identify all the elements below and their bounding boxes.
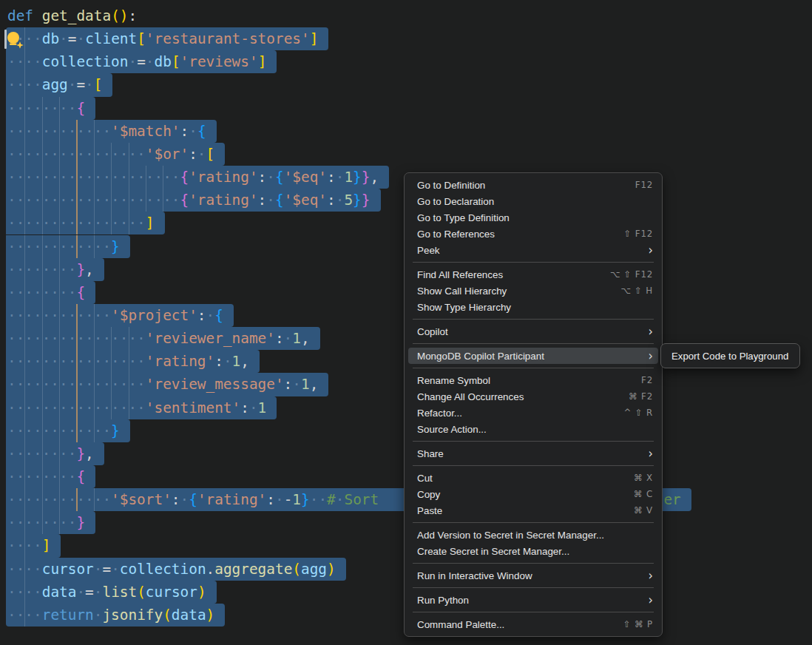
whitespace-dots: ············ xyxy=(7,238,111,255)
menu-item-label: Show Type Hierarchy xyxy=(417,302,653,313)
code-token: ( xyxy=(163,607,172,624)
code-line-7[interactable]: ················'$or':·[ xyxy=(0,143,812,166)
code-token: : xyxy=(129,7,138,24)
whitespace-dots: ············ xyxy=(7,491,111,508)
code-token: { xyxy=(197,123,206,140)
chevron-right-icon: › xyxy=(649,243,653,257)
code-line-1[interactable]: def get_data(): xyxy=(0,4,812,27)
editor-root: def get_data():····db·=·client['restaura… xyxy=(0,0,812,645)
menu-item-find-all-references[interactable]: Find All References⌥ ⇧ F12 xyxy=(408,266,658,283)
menu-item-rename-symbol[interactable]: Rename SymbolF2 xyxy=(408,372,658,388)
code-token: aggregate xyxy=(214,561,292,578)
code-line-4[interactable]: ····agg·=·[ xyxy=(0,73,812,96)
menu-item-run-python[interactable]: Run Python› xyxy=(408,592,658,608)
menu-item-go-to-references[interactable]: Go to References⇧ F12 xyxy=(408,226,658,242)
menu-item-show-call-hierarchy[interactable]: Show Call Hierarchy⌥ ⇧ H xyxy=(408,283,658,299)
whitespace-dots: · xyxy=(206,307,215,324)
code-token: 'reviews' xyxy=(180,53,258,70)
menu-item-copilot[interactable]: Copilot› xyxy=(408,323,658,340)
menu-shortcut: ⇧ F12 xyxy=(624,229,653,239)
menu-item-source-action[interactable]: Source Action... xyxy=(408,421,658,437)
menu-item-label: Show Call Hierarchy xyxy=(417,286,620,297)
context-menu: Go to DefinitionF12Go to DeclarationGo t… xyxy=(404,172,663,637)
menu-item-label: MongoDB Copilot Participant xyxy=(417,351,643,362)
code-token: 1 xyxy=(292,330,301,347)
menu-item-peek[interactable]: Peek› xyxy=(408,242,658,258)
code-token: = xyxy=(85,584,94,601)
code-token: } xyxy=(76,261,85,278)
menu-item-add-version-to-secret-in-secret-manager[interactable]: Add Version to Secret in Secret Manager.… xyxy=(408,527,658,543)
whitespace-dots: ············ xyxy=(7,123,111,140)
whitespace-dots: ···· xyxy=(7,607,42,624)
whitespace-dots: · xyxy=(284,330,293,347)
code-token: } xyxy=(362,192,371,209)
menu-item-command-palette[interactable]: Command Palette...⇧ ⌘ P xyxy=(408,616,658,632)
menu-item-share[interactable]: Share› xyxy=(408,445,658,462)
code-token: 1 xyxy=(301,376,310,393)
code-token: : xyxy=(214,353,223,370)
code-token: { xyxy=(76,100,85,117)
code-token: : xyxy=(197,307,206,324)
code-token: { xyxy=(189,491,197,508)
code-token: : xyxy=(327,169,336,186)
code-token: } xyxy=(353,192,362,209)
whitespace-dots: ········ xyxy=(7,514,76,531)
menu-item-export-code-to-playground[interactable]: Export Code to Playground xyxy=(663,345,798,366)
whitespace-dots: · xyxy=(76,30,85,47)
menu-item-label: Go to Declaration xyxy=(417,196,653,207)
code-token: cursor xyxy=(146,584,197,601)
menu-item-refactor[interactable]: Refactor...^ ⇧ R xyxy=(408,405,658,421)
menu-item-cut[interactable]: Cut⌘ X xyxy=(408,470,658,486)
code-token: { xyxy=(214,307,223,324)
code-token: db xyxy=(42,30,59,47)
menu-separator xyxy=(413,608,654,616)
code-token: : xyxy=(172,491,180,508)
whitespace-dots: ·· xyxy=(310,491,327,508)
whitespace-dots: · xyxy=(146,53,155,70)
code-line-2[interactable]: ····db·=·client['restaurant-stores'] xyxy=(0,27,812,50)
whitespace-dots: · xyxy=(197,146,206,163)
chevron-right-icon: › xyxy=(649,325,653,338)
whitespace-dots: · xyxy=(266,192,275,209)
menu-item-go-to-declaration[interactable]: Go to Declaration xyxy=(408,193,658,209)
menu-item-paste[interactable]: Paste⌘ V xyxy=(408,502,658,519)
code-token: db xyxy=(155,53,172,70)
menu-item-mongodb-copilot-participant[interactable]: MongoDB Copilot Participant› xyxy=(408,348,658,364)
code-token: : xyxy=(189,146,197,163)
code-token xyxy=(33,7,42,24)
code-line-6[interactable]: ············'$match':·{ xyxy=(0,120,812,143)
whitespace-dots: · xyxy=(94,561,103,578)
code-token: = xyxy=(102,561,111,578)
menu-separator xyxy=(413,462,654,470)
code-token: : xyxy=(258,169,267,186)
code-token: 'restaurant-stores' xyxy=(146,30,310,47)
menu-shortcut: ⌘ X xyxy=(634,473,653,483)
code-token: , xyxy=(370,169,379,186)
menu-item-label: Export Code to Playground xyxy=(671,351,789,362)
code-token: { xyxy=(180,192,189,209)
menu-item-create-secret-in-secret-manager[interactable]: Create Secret in Secret Manager... xyxy=(408,543,658,559)
menu-item-show-type-hierarchy[interactable]: Show Type Hierarchy xyxy=(408,299,658,315)
whitespace-dots: ···················· xyxy=(7,169,180,186)
menu-item-go-to-type-definition[interactable]: Go to Type Definition xyxy=(408,209,658,226)
menu-item-run-in-interactive-window[interactable]: Run in Interactive Window› xyxy=(408,567,658,584)
code-line-5[interactable]: ········{ xyxy=(0,97,812,120)
code-token: er xyxy=(663,491,680,508)
menu-item-go-to-definition[interactable]: Go to DefinitionF12 xyxy=(408,177,658,193)
code-line-3[interactable]: ····collection·=·db['reviews'] xyxy=(0,50,812,73)
whitespace-dots: ···· xyxy=(7,537,42,554)
whitespace-dots: ················ xyxy=(7,215,146,232)
code-token: agg xyxy=(42,76,68,93)
code-token: jsonify xyxy=(102,607,163,624)
menu-shortcut: F2 xyxy=(641,375,653,385)
menu-item-copy[interactable]: Copy⌘ C xyxy=(408,486,658,502)
code-token: } xyxy=(353,169,362,186)
code-token: } xyxy=(362,169,371,186)
code-token: : xyxy=(240,399,249,416)
menu-item-change-all-occurrences[interactable]: Change All Occurrences⌘ F2 xyxy=(408,388,658,405)
code-token: { xyxy=(275,169,284,186)
code-token: '$or' xyxy=(146,146,189,163)
code-token: return xyxy=(42,607,94,624)
whitespace-dots: ········ xyxy=(7,100,76,117)
lightbulb-sparkle-icon[interactable] xyxy=(5,30,25,50)
